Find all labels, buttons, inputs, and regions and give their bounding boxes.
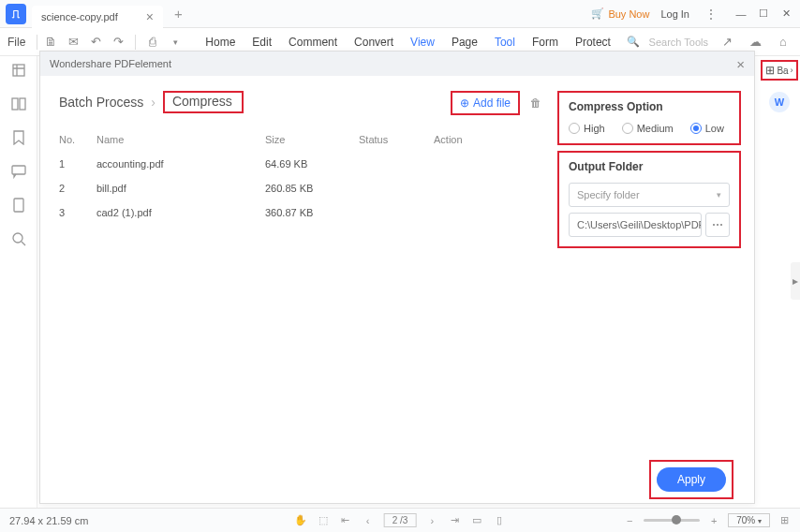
app-icon: ⎍ bbox=[6, 4, 26, 24]
print-icon[interactable]: ⎙ bbox=[143, 33, 162, 52]
first-page-icon[interactable]: ⇤ bbox=[339, 514, 352, 526]
apply-button[interactable]: Apply bbox=[657, 467, 726, 492]
crop-tool-icon[interactable] bbox=[10, 62, 27, 79]
hand-tool-icon[interactable]: ✋ bbox=[294, 514, 307, 526]
menu-protect[interactable]: Protect bbox=[575, 36, 611, 49]
batch-process-dialog: Wondershare PDFelement × Batch Process ›… bbox=[39, 51, 755, 504]
table-row[interactable]: 3 cad2 (1).pdf 360.87 KB bbox=[59, 200, 544, 225]
bookmark-icon[interactable] bbox=[10, 129, 27, 146]
thumbnails-icon[interactable] bbox=[10, 96, 27, 112]
cart-icon: 🛒 bbox=[591, 7, 604, 20]
add-file-button[interactable]: ⊕ Add file bbox=[460, 96, 511, 110]
breadcrumb-current: Compress bbox=[172, 94, 232, 109]
close-tab-icon[interactable]: × bbox=[146, 9, 154, 24]
compress-option-panel: Compress Option High Medium Low bbox=[557, 91, 741, 145]
browse-folder-button[interactable]: ⋯ bbox=[705, 213, 730, 237]
col-no: No. bbox=[59, 134, 96, 145]
output-path-input[interactable]: C:\Users\Geili\Desktop\PDFelement\Op bbox=[569, 213, 702, 237]
fit-page-icon[interactable]: ▭ bbox=[470, 514, 483, 526]
file-table: No. Name Size Status Action 1 accounting… bbox=[59, 128, 544, 225]
mail-icon[interactable]: ✉ bbox=[64, 33, 82, 52]
search-icon: 🔍 bbox=[627, 36, 640, 48]
tab-filename: science-copy.pdf bbox=[41, 11, 118, 22]
comment-icon[interactable] bbox=[10, 163, 27, 180]
maximize-button[interactable]: ☐ bbox=[753, 4, 774, 24]
output-folder-select[interactable]: Specify folder ▾ bbox=[569, 183, 730, 207]
search-panel-icon[interactable] bbox=[10, 230, 27, 247]
attachment-icon[interactable] bbox=[10, 197, 27, 214]
minimize-button[interactable]: — bbox=[731, 4, 751, 24]
main-menu: Home Edit Comment Convert View Page Tool… bbox=[205, 36, 611, 49]
col-name: Name bbox=[96, 134, 265, 145]
col-action: Action bbox=[434, 134, 509, 145]
search-tools-input[interactable]: Search Tools bbox=[649, 37, 708, 48]
dialog-header: Wondershare PDFelement × bbox=[40, 52, 754, 76]
svg-rect-0 bbox=[13, 65, 24, 76]
view-mode-icon[interactable]: ⊞ bbox=[778, 514, 791, 526]
svg-rect-4 bbox=[14, 199, 23, 212]
login-link[interactable]: Log In bbox=[660, 8, 689, 20]
svg-point-5 bbox=[13, 233, 22, 243]
col-status: Status bbox=[359, 134, 434, 145]
more-menu-icon[interactable]: ⋮ bbox=[704, 7, 718, 22]
menu-edit[interactable]: Edit bbox=[252, 36, 272, 49]
chevron-down-icon: ▾ bbox=[717, 190, 721, 200]
share-icon[interactable]: ↗ bbox=[718, 33, 736, 52]
table-row[interactable]: 2 bill.pdf 260.85 KB bbox=[59, 176, 544, 200]
menu-convert[interactable]: Convert bbox=[354, 36, 393, 49]
file-menu[interactable]: File bbox=[7, 36, 25, 49]
svg-rect-1 bbox=[12, 98, 18, 110]
zoom-level-input[interactable]: 70% ▾ bbox=[728, 513, 770, 527]
menu-view[interactable]: View bbox=[410, 36, 435, 49]
word-export-icon[interactable]: W bbox=[769, 92, 790, 112]
radio-medium[interactable]: Medium bbox=[622, 123, 674, 134]
radio-high[interactable]: High bbox=[569, 123, 605, 134]
zoom-out-icon[interactable]: − bbox=[623, 515, 636, 526]
zoom-in-icon[interactable]: + bbox=[707, 515, 720, 526]
buy-now-link[interactable]: 🛒 Buy Now bbox=[591, 7, 649, 20]
select-tool-icon[interactable]: ⬚ bbox=[317, 514, 330, 526]
menu-tool[interactable]: Tool bbox=[495, 36, 515, 49]
radio-low[interactable]: Low bbox=[690, 123, 724, 134]
undo-icon[interactable]: ↶ bbox=[86, 33, 105, 52]
home-icon[interactable]: ⌂ bbox=[774, 33, 793, 52]
next-page-icon[interactable]: › bbox=[425, 515, 438, 526]
document-tab[interactable]: science-copy.pdf × bbox=[32, 6, 163, 28]
svg-rect-3 bbox=[12, 166, 25, 174]
dialog-title: Wondershare PDFelement bbox=[50, 58, 171, 69]
output-folder-panel: Output Folder Specify folder ▾ C:\Users\… bbox=[557, 151, 741, 248]
page-dimensions: 27.94 x 21.59 cm bbox=[9, 515, 88, 526]
page-number-input[interactable]: 2 /3 bbox=[384, 513, 417, 527]
svg-rect-2 bbox=[20, 98, 25, 110]
expand-right-panel-icon[interactable]: ▸ bbox=[791, 262, 800, 300]
menu-form[interactable]: Form bbox=[532, 36, 558, 49]
status-bar: 27.94 x 21.59 cm ✋ ⬚ ⇤ ‹ 2 /3 › ⇥ ▭ ▯ − … bbox=[0, 508, 800, 532]
left-sidebar bbox=[0, 56, 37, 508]
fit-width-icon[interactable]: ▯ bbox=[493, 514, 506, 526]
menu-home[interactable]: Home bbox=[205, 36, 235, 49]
redo-icon[interactable]: ↷ bbox=[109, 33, 127, 52]
batch-tool-chip[interactable]: ⊞Ba› bbox=[761, 60, 797, 81]
chevron-down-icon[interactable]: ▾ bbox=[166, 33, 185, 52]
compress-option-title: Compress Option bbox=[569, 100, 730, 113]
title-bar: ⎍ science-copy.pdf × + 🛒 Buy Now Log In … bbox=[0, 0, 800, 28]
zoom-slider[interactable] bbox=[644, 519, 700, 522]
chevron-right-icon: › bbox=[151, 95, 156, 110]
close-window-button[interactable]: ✕ bbox=[776, 4, 796, 24]
last-page-icon[interactable]: ⇥ bbox=[448, 514, 461, 526]
plus-circle-icon: ⊕ bbox=[460, 96, 469, 110]
menu-page[interactable]: Page bbox=[452, 36, 478, 49]
output-folder-title: Output Folder bbox=[569, 160, 730, 173]
col-size: Size bbox=[265, 134, 359, 145]
delete-file-button[interactable]: 🗑 bbox=[527, 95, 544, 111]
prev-page-icon[interactable]: ‹ bbox=[362, 515, 375, 526]
menu-comment[interactable]: Comment bbox=[289, 36, 337, 49]
cloud-icon[interactable]: ☁ bbox=[746, 33, 764, 52]
close-dialog-button[interactable]: × bbox=[736, 56, 745, 72]
new-tab-button[interactable]: + bbox=[174, 6, 183, 22]
table-row[interactable]: 1 accounting.pdf 64.69 KB bbox=[59, 152, 544, 176]
save-icon[interactable]: 🗎 bbox=[41, 33, 60, 52]
breadcrumb-root[interactable]: Batch Process bbox=[59, 95, 143, 110]
